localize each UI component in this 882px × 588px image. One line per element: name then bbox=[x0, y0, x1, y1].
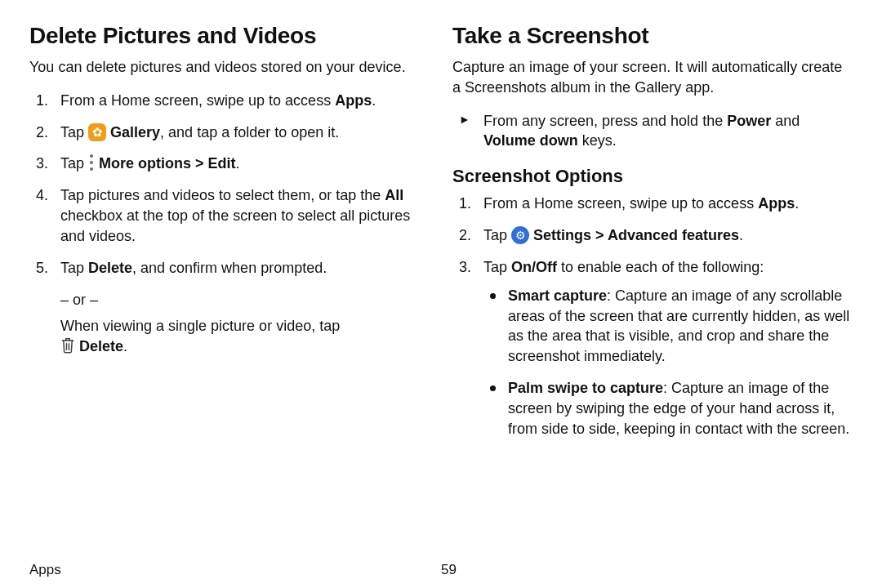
settings-label: Settings bbox=[533, 227, 591, 243]
palm-swipe-label: Palm swipe to capture bbox=[508, 380, 663, 396]
text: Tap pictures and videos to select them, … bbox=[60, 187, 385, 203]
text: to enable each of the following: bbox=[557, 259, 764, 275]
option-smart-capture: Smart capture: Capture an image of any s… bbox=[483, 286, 853, 367]
onoff-label: On/Off bbox=[511, 259, 557, 275]
text: Tap bbox=[60, 155, 88, 172]
more-options-label: More options bbox=[99, 155, 191, 172]
heading-screenshot: Take a Screenshot bbox=[452, 23, 853, 49]
text: When viewing a single picture or video, … bbox=[60, 318, 340, 334]
chevron: > bbox=[191, 155, 208, 172]
arrow-instruction: From any screen, press and hold the Powe… bbox=[452, 111, 853, 152]
text: . bbox=[795, 195, 799, 212]
intro-delete: You can delete pictures and videos store… bbox=[29, 57, 430, 78]
text: , and confirm when prompted. bbox=[132, 260, 327, 276]
text: . bbox=[123, 338, 127, 354]
step-1: From a Home screen, swipe up to access A… bbox=[452, 194, 853, 214]
text: checkbox at the top of the screen to sel… bbox=[60, 207, 410, 244]
apps-label: Apps bbox=[758, 195, 795, 212]
step-3: Tap More options > Edit. bbox=[29, 154, 430, 174]
gallery-label: Gallery bbox=[110, 124, 160, 140]
footer-section-label: Apps bbox=[29, 562, 441, 578]
delete-label: Delete bbox=[79, 338, 123, 354]
options-list: Smart capture: Capture an image of any s… bbox=[483, 286, 853, 439]
text: Tap bbox=[483, 259, 511, 275]
steps-screenshot-options: From a Home screen, swipe up to access A… bbox=[452, 194, 853, 439]
text: From a Home screen, swipe up to access bbox=[483, 195, 758, 212]
step-2: Tap Gallery, and tap a folder to open it… bbox=[29, 122, 430, 143]
text: . bbox=[236, 155, 240, 172]
step-4: Tap pictures and videos to select them, … bbox=[29, 185, 430, 246]
text: Gallery bbox=[110, 124, 160, 140]
step-2: Tap Settings > Advanced features. bbox=[452, 225, 853, 246]
text: . bbox=[739, 227, 743, 243]
volume-down-label: Volume down bbox=[483, 132, 578, 149]
intro-screenshot: Capture an image of your screen. It will… bbox=[452, 57, 853, 98]
delete-icon bbox=[60, 336, 75, 354]
or-divider: – or – bbox=[60, 290, 430, 310]
text: From a Home screen, swipe up to access bbox=[60, 92, 335, 109]
more-options-icon bbox=[88, 154, 95, 171]
subheading-screenshot-options: Screenshot Options bbox=[452, 166, 853, 187]
edit-label: Edit bbox=[208, 155, 236, 172]
all-label: All bbox=[385, 187, 403, 203]
text: Tap bbox=[60, 124, 88, 140]
page-footer: Apps 59 bbox=[29, 559, 853, 578]
text: Settings bbox=[533, 227, 591, 243]
footer-page-number: 59 bbox=[441, 562, 457, 578]
chevron: > bbox=[591, 227, 608, 243]
heading-delete-pictures: Delete Pictures and Videos bbox=[29, 23, 430, 49]
gallery-icon bbox=[88, 123, 106, 141]
delete-label: Delete bbox=[88, 260, 132, 276]
text: Tap bbox=[60, 260, 88, 276]
step-5: Tap Delete, and confirm when prompted. bbox=[29, 258, 430, 278]
text: keys. bbox=[578, 132, 617, 149]
text: and bbox=[771, 113, 800, 129]
smart-capture-label: Smart capture bbox=[508, 287, 607, 304]
step-3: Tap On/Off to enable each of the followi… bbox=[452, 257, 853, 439]
power-label: Power bbox=[727, 113, 771, 129]
alternate-instruction: When viewing a single picture or video, … bbox=[60, 316, 430, 357]
option-palm-swipe: Palm swipe to capture: Capture an image … bbox=[483, 378, 853, 439]
text: From any screen, press and hold the bbox=[483, 113, 727, 129]
text: Delete bbox=[79, 338, 123, 354]
steps-delete: From a Home screen, swipe up to access A… bbox=[29, 91, 430, 278]
step-1: From a Home screen, swipe up to access A… bbox=[29, 91, 430, 111]
settings-icon bbox=[511, 226, 529, 244]
apps-label: Apps bbox=[335, 92, 372, 109]
manual-page: Delete Pictures and Videos You can delet… bbox=[0, 0, 882, 588]
text: , and tap a folder to open it. bbox=[160, 124, 339, 140]
advanced-features-label: Advanced features bbox=[608, 227, 739, 243]
two-column-layout: Delete Pictures and Videos You can delet… bbox=[29, 23, 853, 559]
text: . bbox=[372, 92, 376, 109]
left-column: Delete Pictures and Videos You can delet… bbox=[29, 23, 430, 559]
right-column: Take a Screenshot Capture an image of yo… bbox=[452, 23, 853, 559]
text: Tap bbox=[483, 227, 511, 243]
text: More options bbox=[99, 155, 191, 172]
